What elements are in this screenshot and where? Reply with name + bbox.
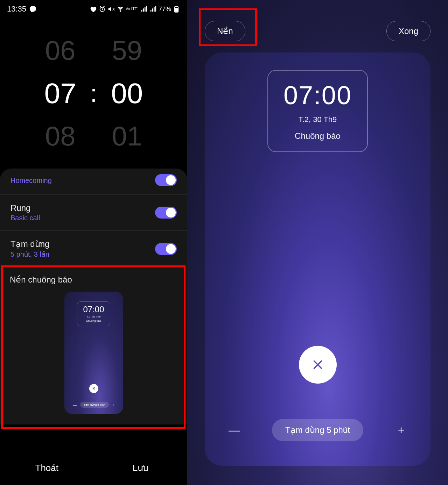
hour-prev: 06 [45, 35, 76, 66]
thumb-dismiss-icon: ✕ [89, 384, 98, 393]
minute-prev: 59 [112, 35, 142, 66]
minute-next: 01 [112, 120, 142, 152]
signal-icon-2 [149, 5, 157, 13]
thumb-clock-box: 07:00 T.2, 30 Th9 Chuông báo [77, 301, 110, 326]
hour-selected: 07 [44, 77, 76, 110]
snooze-sub: 5 phút, 3 lần [10, 250, 49, 258]
thumb-snooze-row: — Tạm dừng 5 phút + [73, 402, 114, 408]
done-button[interactable]: Xong [386, 21, 430, 41]
vibration-title: Rung [10, 203, 40, 213]
time-picker[interactable]: 06 07 08 : 59 00 01 [0, 18, 187, 169]
status-bar: 13:35 Vo LTE1 77% [0, 0, 187, 18]
signal-icon-1 [140, 5, 148, 13]
vibration-sub: Basic call [10, 214, 40, 222]
mute-icon [107, 5, 115, 13]
vibration-toggle[interactable] [155, 207, 177, 219]
snooze-title: Tạm dừng [10, 239, 49, 249]
svg-rect-4 [175, 6, 177, 7]
snooze-toggle[interactable] [155, 243, 177, 255]
alarm-background-editor: Nền Xong 07:00 T.2, 30 Th9 Chuông báo — … [187, 0, 448, 485]
status-time: 13:35 [7, 5, 26, 14]
thumb-label: Chuông báo [83, 319, 104, 322]
status-left: 13:35 [7, 5, 37, 14]
svg-point-1 [120, 10, 121, 12]
close-icon [312, 358, 324, 371]
sound-sub: Homecoming [10, 177, 52, 185]
sound-row[interactable]: Homecoming [0, 169, 187, 195]
battery-percent: 77% [159, 6, 171, 13]
alarm-background-section[interactable]: Nền chuông báo 07:00 T.2, 30 Th9 Chuông … [0, 267, 187, 425]
alarm-bg-preview-thumb[interactable]: 07:00 T.2, 30 Th9 Chuông báo ✕ — Tạm dừn… [64, 292, 123, 414]
heart-icon [89, 5, 97, 13]
cancel-button[interactable]: Thoát [0, 451, 94, 485]
alarm-settings-panel: Homecoming Rung Basic call Tạm dừng 5 ph… [0, 169, 187, 425]
battery-icon [173, 5, 180, 13]
preview-date: T.2, 30 Th9 [284, 115, 352, 124]
alarm-preview-screen: 07:00 T.2, 30 Th9 Chuông báo — Tạm dừng … [205, 52, 430, 466]
background-button[interactable]: Nền [205, 21, 245, 41]
thumb-time: 07:00 [83, 305, 104, 314]
editor-top-bar: Nền Xong [187, 0, 448, 41]
messenger-icon [29, 5, 37, 13]
snooze-plus-button[interactable]: + [394, 424, 408, 437]
preview-alarm-label: Chuông báo [284, 131, 352, 141]
thumb-plus-icon: + [112, 403, 114, 407]
alarm-edit-screen: 13:35 Vo LTE1 77% [0, 0, 187, 485]
thumb-snooze-chip: Tạm dừng 5 phút [80, 402, 109, 408]
hour-wheel[interactable]: 06 07 08 [44, 35, 76, 152]
snooze-chip[interactable]: Tạm dừng 5 phút [272, 419, 363, 441]
minute-wheel[interactable]: 59 00 01 [111, 35, 143, 152]
save-button[interactable]: Lưu [94, 451, 188, 485]
dismiss-button[interactable] [299, 346, 337, 384]
time-colon: : [90, 79, 97, 107]
svg-rect-3 [175, 8, 178, 12]
wifi-icon [117, 5, 124, 13]
volte-label: Vo LTE1 [126, 7, 139, 11]
sound-toggle[interactable] [155, 174, 177, 186]
bottom-bar: Thoát Lưu [0, 451, 187, 485]
alarm-bg-title: Nền chuông báo [10, 275, 177, 285]
preview-time: 07:00 [284, 80, 352, 110]
snooze-minus-button[interactable]: — [227, 424, 241, 437]
status-right: Vo LTE1 77% [89, 5, 180, 13]
clock-widget[interactable]: 07:00 T.2, 30 Th9 Chuông báo [267, 70, 368, 152]
alarm-icon [98, 5, 106, 13]
snooze-row[interactable]: Tạm dừng 5 phút, 3 lần [0, 231, 187, 267]
hour-next: 08 [45, 120, 76, 152]
thumb-date: T.2, 30 Th9 [83, 315, 104, 318]
thumb-minus-icon: — [73, 403, 77, 407]
vibration-row[interactable]: Rung Basic call [0, 195, 187, 231]
snooze-row-preview: — Tạm dừng 5 phút + [205, 419, 430, 441]
minute-selected: 00 [111, 77, 143, 110]
